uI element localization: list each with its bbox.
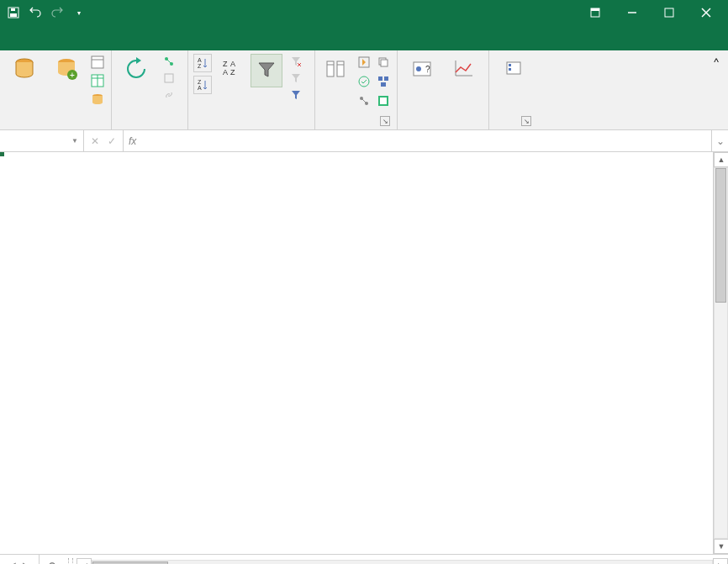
spreadsheet-grid: ▲ ▼ bbox=[0, 152, 728, 554]
sheet-prev-icon[interactable]: ◀ bbox=[7, 560, 18, 565]
svg-rect-41 bbox=[378, 76, 382, 81]
group-get-transform: + bbox=[0, 50, 112, 129]
scroll-left-icon[interactable]: ◀ bbox=[76, 558, 92, 565]
collapse-ribbon-icon[interactable]: ^ bbox=[708, 54, 725, 71]
svg-rect-54 bbox=[509, 68, 511, 71]
svg-rect-13 bbox=[92, 56, 103, 68]
svg-text:A: A bbox=[198, 57, 202, 63]
ribbon-options-icon[interactable] bbox=[578, 0, 612, 25]
clear-filter-button[interactable] bbox=[286, 54, 309, 69]
svg-rect-1 bbox=[10, 13, 17, 17]
svg-text:Z: Z bbox=[230, 68, 235, 76]
edit-links-button[interactable] bbox=[159, 87, 182, 103]
database-icon bbox=[11, 55, 38, 82]
new-query-button[interactable]: + bbox=[47, 54, 86, 86]
refresh-icon bbox=[123, 55, 150, 82]
svg-text:?: ? bbox=[425, 65, 430, 74]
accept-formula-icon[interactable]: ✓ bbox=[108, 135, 116, 147]
reapply-button[interactable] bbox=[286, 71, 309, 86]
sort-button[interactable]: ZAAZ bbox=[215, 54, 247, 86]
svg-rect-48 bbox=[380, 98, 387, 104]
connections-icon bbox=[162, 55, 176, 68]
svg-point-50 bbox=[416, 66, 421, 71]
svg-line-46 bbox=[362, 99, 366, 103]
data-model-icon[interactable] bbox=[375, 92, 392, 109]
recent-sources-icon[interactable] bbox=[89, 91, 106, 108]
ribbon-tabs bbox=[0, 25, 728, 50]
save-icon[interactable] bbox=[5, 4, 22, 21]
tab-split-handle[interactable] bbox=[68, 558, 73, 565]
scroll-up-icon[interactable]: ▲ bbox=[714, 152, 728, 167]
minimize-icon[interactable] bbox=[615, 0, 649, 25]
group-connections bbox=[112, 50, 188, 129]
forecast-button[interactable] bbox=[445, 54, 483, 86]
svg-rect-6 bbox=[665, 8, 673, 17]
svg-text:Z: Z bbox=[198, 79, 202, 85]
ribbon: + AZ bbox=[0, 50, 728, 130]
new-query-icon: + bbox=[53, 55, 80, 82]
svg-text:Z: Z bbox=[223, 60, 228, 68]
svg-rect-39 bbox=[381, 60, 388, 66]
svg-rect-33 bbox=[327, 61, 334, 76]
group-forecast: ? bbox=[398, 50, 489, 129]
title-bar: ▾ bbox=[0, 0, 728, 25]
properties-button[interactable] bbox=[159, 71, 182, 86]
svg-rect-2 bbox=[11, 8, 15, 11]
clear-icon bbox=[289, 55, 303, 68]
sheet-nav: ◀ ▶ bbox=[0, 555, 40, 564]
whatif-icon: ? bbox=[409, 55, 435, 82]
remove-duplicates-icon[interactable] bbox=[375, 54, 392, 71]
whatif-button[interactable]: ? bbox=[403, 54, 441, 86]
dialog-launcher-icon[interactable]: ↘ bbox=[521, 116, 531, 126]
advanced-filter-button[interactable] bbox=[286, 87, 309, 103]
reapply-icon bbox=[289, 71, 303, 85]
show-queries-icon[interactable] bbox=[89, 54, 106, 71]
expand-formula-bar-icon[interactable]: ⌄ bbox=[711, 130, 728, 151]
sheet-next-icon[interactable]: ▶ bbox=[20, 560, 32, 565]
svg-rect-22 bbox=[165, 74, 173, 82]
scroll-down-icon[interactable]: ▼ bbox=[714, 539, 728, 554]
flash-fill-icon[interactable] bbox=[356, 54, 372, 71]
vertical-scrollbar[interactable]: ▲ ▼ bbox=[713, 152, 728, 554]
qat-dropdown-icon[interactable]: ▾ bbox=[71, 4, 87, 21]
fx-icon[interactable]: fx bbox=[124, 130, 141, 151]
cancel-formula-icon[interactable]: ✕ bbox=[91, 135, 99, 147]
outline-button[interactable] bbox=[494, 54, 533, 86]
relationships-icon[interactable] bbox=[356, 92, 372, 109]
svg-text:A: A bbox=[198, 85, 202, 91]
from-table-icon[interactable] bbox=[89, 72, 106, 89]
svg-text:Z: Z bbox=[198, 63, 202, 69]
text-to-columns-button[interactable] bbox=[320, 54, 352, 86]
svg-line-21 bbox=[167, 60, 171, 63]
get-external-data-button[interactable] bbox=[5, 54, 44, 86]
sheet-tab-bar: ◀ ▶ ⊕ ◀ ▶ bbox=[0, 554, 728, 564]
sort-desc-icon[interactable]: ZA bbox=[193, 76, 212, 94]
group-sort-filter: AZ ZA ZAAZ bbox=[188, 50, 315, 129]
svg-point-40 bbox=[359, 76, 369, 87]
svg-text:+: + bbox=[70, 71, 75, 80]
name-box[interactable]: ▼ bbox=[0, 130, 84, 151]
sort-asc-icon[interactable]: AZ bbox=[193, 54, 212, 72]
group-data-tools: ↘ bbox=[315, 50, 398, 129]
consolidate-icon[interactable] bbox=[375, 73, 392, 90]
chevron-down-icon[interactable]: ▼ bbox=[71, 137, 78, 145]
maximize-icon[interactable] bbox=[652, 0, 686, 25]
data-validation-icon[interactable] bbox=[356, 73, 372, 90]
forecast-icon bbox=[451, 55, 477, 82]
scroll-right-icon[interactable]: ▶ bbox=[713, 558, 728, 565]
add-sheet-button[interactable]: ⊕ bbox=[40, 555, 65, 564]
outline-icon bbox=[500, 55, 527, 82]
close-icon[interactable] bbox=[689, 0, 723, 25]
formula-input[interactable] bbox=[141, 130, 711, 151]
refresh-all-button[interactable] bbox=[117, 54, 156, 86]
svg-text:A: A bbox=[230, 60, 235, 68]
connections-button[interactable] bbox=[159, 54, 182, 69]
filter-button[interactable] bbox=[251, 54, 282, 87]
dialog-launcher-icon[interactable]: ↘ bbox=[380, 116, 390, 126]
undo-icon[interactable] bbox=[27, 4, 44, 21]
redo-icon[interactable] bbox=[49, 4, 66, 21]
edit-links-icon bbox=[162, 88, 176, 102]
filter-icon bbox=[253, 56, 280, 83]
group-outline: ↘ bbox=[489, 50, 538, 129]
properties-icon bbox=[162, 71, 176, 85]
